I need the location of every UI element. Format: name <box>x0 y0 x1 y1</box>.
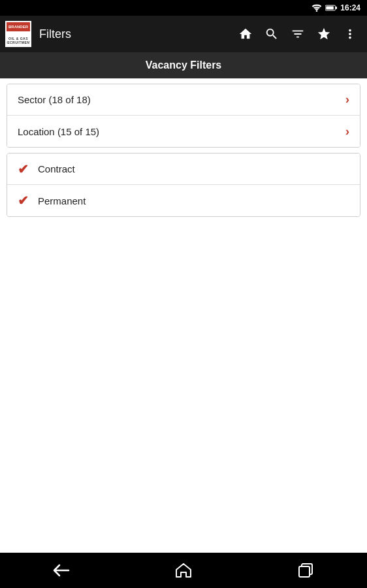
contract-checkbox-item[interactable]: ✔ Contract <box>7 154 360 185</box>
svg-point-0 <box>316 10 318 12</box>
svg-rect-4 <box>299 566 310 577</box>
section-header: Vacancy Filters <box>0 52 367 78</box>
svg-rect-3 <box>327 6 334 9</box>
home-nav-button[interactable] <box>164 557 203 583</box>
location-filter-label: Location (15 of 15) <box>18 126 99 137</box>
sector-filter-label: Sector (18 of 18) <box>18 94 91 105</box>
recent-nav-button[interactable] <box>286 557 325 583</box>
svg-rect-2 <box>336 7 337 9</box>
section-header-title: Vacancy Filters <box>146 59 222 71</box>
logo-brand: BRANDER <box>8 25 28 29</box>
bottom-nav <box>0 553 367 588</box>
status-time: 16:24 <box>340 3 360 12</box>
filter-list: Sector (18 of 18) › Location (15 of 15) … <box>7 84 360 148</box>
status-icons: 16:24 <box>311 3 360 12</box>
contract-checkmark-icon: ✔ <box>18 163 29 176</box>
wifi-icon <box>311 4 322 12</box>
permanent-checkmark-icon: ✔ <box>18 194 29 207</box>
location-chevron-icon: › <box>345 125 349 139</box>
home-icon[interactable] <box>234 22 257 46</box>
permanent-checkbox-item[interactable]: ✔ Permanent <box>7 185 360 216</box>
battery-icon <box>325 4 337 12</box>
checkbox-list: ✔ Contract ✔ Permanent <box>7 153 360 217</box>
permanent-checkbox-label: Permanent <box>38 195 86 206</box>
status-bar: 16:24 <box>0 0 367 16</box>
sector-chevron-icon: › <box>345 93 349 106</box>
location-filter-item[interactable]: Location (15 of 15) › <box>7 116 360 147</box>
logo-sub: OIL & GASRECRUITMENT <box>7 37 30 44</box>
back-nav-button[interactable] <box>42 557 81 583</box>
app-bar: BRANDER OIL & GASRECRUITMENT Filters <box>0 16 367 52</box>
search-icon[interactable] <box>260 22 283 46</box>
filter-icon[interactable] <box>286 22 310 46</box>
sector-filter-item[interactable]: Sector (18 of 18) › <box>7 84 360 116</box>
content-area <box>0 222 367 571</box>
app-bar-title: Filters <box>39 27 229 41</box>
contract-checkbox-label: Contract <box>38 163 75 174</box>
app-logo: BRANDER OIL & GASRECRUITMENT <box>5 21 31 47</box>
app-bar-icons <box>234 22 362 46</box>
more-icon[interactable] <box>338 22 362 46</box>
star-icon[interactable] <box>312 22 336 46</box>
